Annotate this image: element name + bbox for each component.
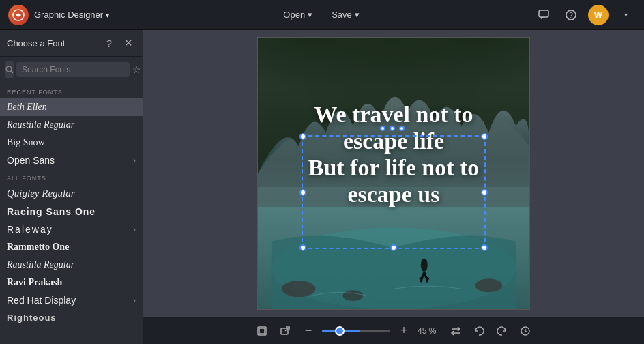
font-name-rammetto: Rammetto One	[7, 242, 136, 253]
font-name-righteous: Righteous	[7, 313, 136, 323]
font-name-raleway: Raleway	[7, 224, 133, 235]
font-name-opensans: Open Sans	[7, 155, 133, 166]
svg-point-4	[6, 66, 12, 72]
zoom-slider[interactable]	[322, 330, 390, 332]
font-name-racing-sans: Racing Sans One	[7, 206, 136, 217]
font-item-raustiila[interactable]: Raustiila Regular	[0, 116, 143, 134]
svg-rect-17	[259, 328, 265, 334]
font-item-beth-ellen[interactable]: Beth Ellen	[0, 98, 143, 116]
font-item-rammetto[interactable]: Rammetto One	[0, 238, 143, 256]
app-name-label[interactable]: Graphic Designer	[34, 10, 109, 20]
zoom-in-button[interactable]: +	[394, 321, 413, 341]
search-icon	[5, 61, 14, 78]
svg-rect-1	[539, 10, 548, 17]
user-avatar[interactable]: W	[588, 5, 609, 25]
fit-frame-icon-button[interactable]	[252, 321, 272, 341]
font-panel-header: Choose a Font ? ✕	[0, 30, 143, 57]
save-chevron-icon: ▾	[355, 10, 360, 20]
external-link-icon-button[interactable]	[276, 321, 295, 341]
font-panel-title: Choose a Font	[7, 38, 65, 48]
chat-icon-button[interactable]	[533, 5, 554, 25]
font-item-quigley[interactable]: Quigley Regular	[0, 184, 143, 203]
all-fonts-label: ALL FONTS	[0, 169, 143, 184]
zoom-out-button[interactable]: −	[299, 321, 318, 341]
canvas-frame: We travel not to escape life But for lif…	[257, 37, 530, 310]
font-close-icon-button[interactable]: ✕	[121, 35, 136, 51]
font-item-racing-sans[interactable]: Racing Sans One	[0, 203, 143, 220]
topbar-center: Open ▾ Save ▾	[109, 7, 533, 23]
font-item-righteous[interactable]: Righteous	[0, 309, 143, 326]
font-search-row: ☆ +	[0, 57, 143, 83]
bottom-toolbar: − + 45 %	[143, 317, 644, 344]
font-name-beth-ellen: Beth Ellen	[7, 102, 136, 113]
svg-line-19	[285, 327, 289, 331]
svg-text:?: ?	[569, 12, 573, 19]
font-name-raustiila2: Raustiila Regular	[7, 259, 136, 270]
topbar-right: ? W ▾	[533, 5, 636, 25]
font-name-quigley: Quigley Regular	[7, 188, 136, 199]
zoom-percentage: 45 %	[418, 326, 442, 336]
opensans-arrow-icon: ›	[133, 156, 136, 165]
account-chevron[interactable]: ▾	[615, 5, 636, 25]
font-search-input[interactable]	[16, 62, 130, 77]
canvas-area: We travel not to escape life But for lif…	[143, 30, 644, 344]
raleway-arrow-icon: ›	[133, 225, 136, 234]
font-help-icon-button[interactable]: ?	[102, 35, 117, 51]
font-panel-header-icons: ? ✕	[102, 35, 136, 51]
main-content: Choose a Font ? ✕ ☆ + RECENT FONTS Beth	[0, 30, 644, 344]
font-name-red-hat: Red Hat Display	[7, 295, 133, 306]
open-chevron-icon: ▾	[308, 10, 312, 20]
app-logo	[8, 5, 29, 25]
font-favorites-icon-button[interactable]: ☆	[132, 62, 141, 77]
svg-line-5	[11, 71, 13, 73]
font-item-red-hat[interactable]: Red Hat Display ›	[0, 291, 143, 309]
font-panel: Choose a Font ? ✕ ☆ + RECENT FONTS Beth	[0, 30, 143, 344]
font-list: RECENT FONTS Beth Ellen Raustiila Regula…	[0, 83, 143, 344]
font-item-bigsnow[interactable]: Big Snow	[0, 134, 143, 152]
font-item-raustiila2[interactable]: Raustiila Regular	[0, 256, 143, 274]
undo-icon-button[interactable]	[469, 321, 488, 341]
zoom-slider-container	[322, 330, 390, 332]
font-item-ravi[interactable]: Ravi Prakash	[0, 274, 143, 291]
save-menu-button[interactable]: Save ▾	[325, 7, 366, 23]
font-name-ravi: Ravi Prakash	[7, 277, 136, 288]
help-icon-button[interactable]: ?	[561, 5, 581, 25]
history-icon-button[interactable]	[516, 321, 535, 341]
font-item-opensans[interactable]: Open Sans ›	[0, 152, 143, 169]
font-name-bigsnow: Big Snow	[7, 137, 136, 148]
topbar: Graphic Designer Open ▾ Save ▾ ? W ▾	[0, 0, 644, 30]
font-item-raleway[interactable]: Raleway ›	[0, 220, 143, 238]
open-menu-button[interactable]: Open ▾	[276, 7, 319, 23]
recent-fonts-label: RECENT FONTS	[0, 83, 143, 98]
red-hat-arrow-icon: ›	[133, 296, 136, 305]
river-overlay	[258, 187, 529, 309]
swap-icon-button[interactable]	[446, 321, 465, 341]
redo-icon-button[interactable]	[493, 321, 512, 341]
canvas-viewport[interactable]: We travel not to escape life But for lif…	[143, 30, 644, 317]
font-name-raustiila: Raustiila Regular	[7, 119, 136, 130]
